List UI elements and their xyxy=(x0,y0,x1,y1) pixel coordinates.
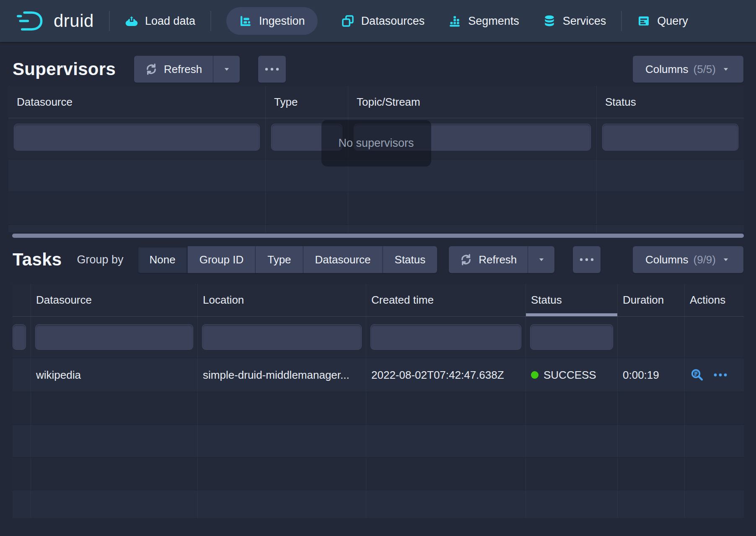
supervisors-empty-row xyxy=(8,192,744,225)
group-by-status-button[interactable]: Status xyxy=(383,246,438,273)
tasks-empty-row xyxy=(13,458,744,490)
nav-item-label: Ingestion xyxy=(259,15,305,28)
top-nav: druid Load data Ingestion Datasources xyxy=(0,0,756,42)
nav-item-load-data[interactable]: Load data xyxy=(125,14,195,28)
supervisors-toolbar: Supervisors Refresh Columns (5/5) xyxy=(0,55,756,83)
tasks-table: Datasource Location Created time Status … xyxy=(13,284,744,518)
tasks-filter-row xyxy=(13,317,744,358)
supervisors-more-button[interactable] xyxy=(258,56,286,83)
column-header-created-time[interactable]: Created time xyxy=(366,284,526,316)
tasks-table-header: Datasource Location Created time Status … xyxy=(13,284,744,317)
row-actions-menu-icon[interactable] xyxy=(713,368,728,382)
group-by-datasource-button[interactable]: Datasource xyxy=(303,246,383,273)
tasks-title: Tasks xyxy=(13,250,62,270)
nav-divider xyxy=(621,11,622,31)
chevron-down-icon xyxy=(721,255,731,265)
columns-count: (9/9) xyxy=(694,253,716,266)
group-by-type-button[interactable]: Type xyxy=(255,246,303,273)
supervisors-refresh-caret-button[interactable] xyxy=(213,56,240,83)
group-by-none-button[interactable]: None xyxy=(138,246,187,273)
nav-item-ingestion[interactable]: Ingestion xyxy=(226,7,318,35)
nav-item-label: Datasources xyxy=(361,15,425,28)
tasks-status-filter-input[interactable] xyxy=(530,324,613,350)
supervisors-empty-row xyxy=(8,225,744,233)
refresh-label: Refresh xyxy=(479,253,517,266)
supervisors-datasource-filter-input[interactable] xyxy=(14,124,260,151)
tasks-refresh-caret-button[interactable] xyxy=(528,246,554,273)
task-row-wikipedia[interactable]: wikipedia simple-druid-middlemanager... … xyxy=(13,358,744,392)
cloud-upload-icon xyxy=(125,14,138,28)
group-by-group-id-button[interactable]: Group ID xyxy=(187,246,256,273)
no-supervisors-overlay: No supervisors xyxy=(321,120,431,167)
column-header-datasource[interactable]: Datasource xyxy=(31,284,197,316)
stacked-bar-chart-icon xyxy=(448,14,461,28)
more-dots-icon xyxy=(264,66,280,73)
column-header-actions[interactable]: Actions xyxy=(684,284,744,316)
chevron-down-icon xyxy=(222,64,232,74)
success-status-dot xyxy=(531,371,539,379)
nav-item-datasources[interactable]: Datasources xyxy=(341,14,425,28)
task-actions-cell xyxy=(684,358,744,392)
supervisors-table-header: Datasource Type Topic/Stream Status xyxy=(8,86,744,118)
tasks-columns-button[interactable]: Columns (9/9) xyxy=(633,246,743,273)
search-details-icon[interactable] xyxy=(690,368,704,382)
tasks-empty-row xyxy=(13,425,744,458)
refresh-label: Refresh xyxy=(164,63,202,76)
multi-panel-icon xyxy=(341,14,355,28)
column-header-duration[interactable]: Duration xyxy=(617,284,684,316)
tasks-location-filter-input[interactable] xyxy=(202,324,362,350)
nav-item-services[interactable]: Services xyxy=(543,14,606,28)
nav-divider xyxy=(109,11,110,31)
task-datasource-cell: wikipedia xyxy=(31,358,197,392)
nav-item-label: Services xyxy=(563,15,606,28)
column-header-type[interactable]: Type xyxy=(265,86,348,118)
database-icon xyxy=(543,14,556,28)
nav-item-query[interactable]: Query xyxy=(637,14,688,28)
supervisors-refresh-split-button: Refresh xyxy=(134,56,240,83)
group-by-button-group: None Group ID Type Datasource Status xyxy=(138,246,438,273)
druid-logo-icon xyxy=(16,10,49,32)
chevron-down-icon xyxy=(536,255,546,265)
supervisors-refresh-button[interactable]: Refresh xyxy=(134,56,213,83)
nav-item-segments[interactable]: Segments xyxy=(448,14,519,28)
supervisors-table: Datasource Type Topic/Stream Status No s… xyxy=(8,86,744,233)
supervisors-columns-button[interactable]: Columns (5/5) xyxy=(633,56,743,83)
task-created-time-cell: 2022-08-02T07:42:47.638Z xyxy=(366,358,526,392)
task-status-text: SUCCESS xyxy=(544,369,596,382)
tasks-refresh-split-button: Refresh xyxy=(449,246,554,273)
supervisors-title: Supervisors xyxy=(13,59,116,79)
tasks-more-button[interactable] xyxy=(573,246,601,273)
sort-indicator xyxy=(526,313,617,316)
nav-item-label: Load data xyxy=(145,15,195,28)
column-header-datasource[interactable]: Datasource xyxy=(8,86,265,118)
column-header-topic-stream[interactable]: Topic/Stream xyxy=(348,86,596,118)
supervisors-status-filter-input[interactable] xyxy=(602,124,738,151)
nav-item-label: Query xyxy=(657,15,688,28)
columns-count: (5/5) xyxy=(694,63,716,76)
task-location-cell: simple-druid-middlemanager... xyxy=(197,358,366,392)
tasks-toolbar: Tasks Group by None Group ID Type Dataso… xyxy=(0,246,756,273)
task-status-cell: SUCCESS xyxy=(526,358,617,392)
refresh-icon xyxy=(145,63,158,75)
refresh-icon xyxy=(460,253,472,266)
tasks-datasource-filter-input[interactable] xyxy=(35,324,193,350)
tasks-refresh-button[interactable]: Refresh xyxy=(449,246,528,273)
nav-item-label: Segments xyxy=(468,15,519,28)
gantt-chart-icon xyxy=(239,14,252,28)
column-header-status[interactable]: Status xyxy=(526,284,617,316)
column-header-location[interactable]: Location xyxy=(197,284,366,316)
nav-divider xyxy=(210,11,211,31)
tasks-partial-filter-input[interactable] xyxy=(13,324,26,350)
column-header-partial[interactable] xyxy=(13,284,31,316)
tasks-empty-row xyxy=(13,392,744,425)
columns-label: Columns xyxy=(645,253,689,266)
druid-logo[interactable]: druid xyxy=(16,10,94,32)
task-duration-cell: 0:00:19 xyxy=(617,358,684,392)
tasks-empty-row xyxy=(13,490,744,518)
tasks-created-time-filter-input[interactable] xyxy=(370,324,521,350)
horizontal-scrollbar[interactable] xyxy=(12,234,744,238)
column-header-status[interactable]: Status xyxy=(596,86,744,118)
more-dots-icon xyxy=(579,256,595,263)
group-by-label: Group by xyxy=(77,253,123,266)
logo-text: druid xyxy=(54,11,94,31)
